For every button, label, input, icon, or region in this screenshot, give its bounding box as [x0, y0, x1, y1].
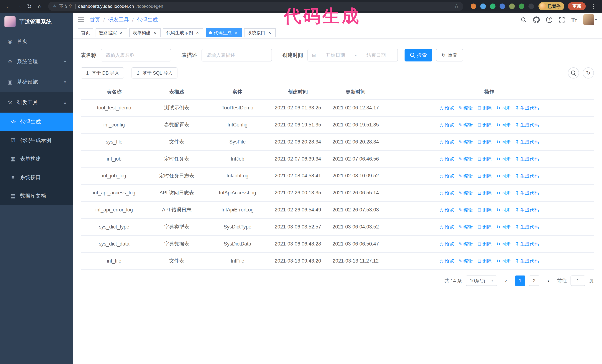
goto-page-input[interactable]: [570, 275, 585, 286]
tab-close-icon[interactable]: ×: [233, 30, 239, 35]
tab-codegen-example[interactable]: 代码生成示例 ×: [163, 28, 203, 37]
extension-icon[interactable]: [519, 3, 524, 9]
delete-link[interactable]: ⊟删除: [478, 240, 492, 248]
delete-link[interactable]: ⊟删除: [478, 172, 492, 180]
sync-link[interactable]: ↻同步: [496, 104, 510, 112]
generate-code-link[interactable]: ↧生成代码: [516, 240, 539, 248]
breadcrumb-home[interactable]: 首页: [90, 16, 100, 23]
sync-link[interactable]: ↻同步: [496, 155, 510, 163]
edit-link[interactable]: ✎编辑: [459, 172, 473, 180]
table-desc-input[interactable]: [202, 49, 272, 62]
generate-code-link[interactable]: ↧生成代码: [516, 189, 539, 197]
generate-code-link[interactable]: ↧生成代码: [516, 257, 539, 265]
menu-kebab-icon[interactable]: ⋮: [589, 1, 598, 11]
extension-icon[interactable]: [528, 3, 534, 9]
delete-link[interactable]: ⊟删除: [478, 189, 492, 197]
sync-link[interactable]: ↻同步: [496, 138, 510, 146]
reload-button[interactable]: ↻: [24, 1, 34, 11]
edit-link[interactable]: ✎编辑: [459, 240, 473, 248]
font-size-icon[interactable]: TT: [571, 17, 577, 23]
preview-link[interactable]: ◎预览: [440, 104, 454, 112]
search-button[interactable]: 搜索: [405, 49, 432, 62]
page-size-select[interactable]: 10条/页 ▾: [466, 275, 497, 286]
edit-link[interactable]: ✎编辑: [459, 207, 473, 214]
prev-page-button[interactable]: ‹: [501, 275, 511, 286]
sync-link[interactable]: ↻同步: [496, 172, 510, 180]
table-name-input[interactable]: [101, 49, 171, 62]
preview-link[interactable]: ◎预览: [440, 172, 454, 180]
sidebar-item-system[interactable]: ⚙ 系统管理 ▾: [0, 52, 73, 72]
sidebar-item-codegen[interactable]: </> 代码生成: [0, 113, 73, 131]
profile-paused-badge[interactable]: 已暂停: [538, 2, 564, 10]
security-label[interactable]: 不安全: [59, 3, 73, 9]
address-bar[interactable]: ⚠ 不安全 dashboard.yudao.iocoder.cn /tool/c…: [48, 2, 463, 11]
import-db-button[interactable]: ↥ 基于 DB 导入: [81, 67, 124, 79]
tab-codegen[interactable]: 代码生成 ×: [206, 28, 242, 37]
generate-code-link[interactable]: ↧生成代码: [516, 207, 539, 214]
fullscreen-icon[interactable]: [559, 17, 565, 23]
extension-icon[interactable]: [471, 3, 476, 9]
delete-link[interactable]: ⊟删除: [478, 223, 492, 230]
generate-code-link[interactable]: ↧生成代码: [516, 223, 539, 230]
sidebar-item-devtools[interactable]: ⚒ 研发工具 ▴: [0, 92, 73, 113]
preview-link[interactable]: ◎预览: [440, 223, 454, 230]
sync-link[interactable]: ↻同步: [496, 121, 510, 128]
sidebar-item-codegen-example[interactable]: ☑ 代码生成示例: [0, 131, 73, 150]
sync-link[interactable]: ↻同步: [496, 207, 510, 214]
tab-close-icon[interactable]: ×: [152, 30, 157, 35]
tab-system-api[interactable]: 系统接口 ×: [244, 28, 276, 37]
sidebar-item-home[interactable]: ◉ 首页: [0, 31, 73, 52]
edit-link[interactable]: ✎编辑: [459, 257, 473, 265]
extension-icon[interactable]: [490, 3, 495, 9]
home-button[interactable]: ⌂: [35, 1, 44, 11]
github-icon[interactable]: [533, 16, 540, 23]
generate-code-link[interactable]: ↧生成代码: [516, 138, 539, 146]
edit-link[interactable]: ✎编辑: [459, 138, 473, 146]
generate-code-link[interactable]: ↧生成代码: [516, 121, 539, 128]
edit-link[interactable]: ✎编辑: [459, 223, 473, 230]
sync-link[interactable]: ↻同步: [496, 223, 510, 230]
sidebar-item-system-api[interactable]: ≡ 系统接口: [0, 168, 73, 187]
sidebar-item-infra[interactable]: ▣ 基础设施 ▾: [0, 72, 73, 92]
help-icon[interactable]: ?: [546, 17, 552, 23]
delete-link[interactable]: ⊟删除: [478, 104, 492, 112]
extension-icon[interactable]: [509, 3, 515, 9]
edit-link[interactable]: ✎编辑: [459, 189, 473, 197]
reset-button[interactable]: ↻ 重置: [436, 49, 463, 62]
search-icon[interactable]: [520, 17, 527, 23]
sidebar-item-db-doc[interactable]: ▤ 数据库文档: [0, 187, 73, 205]
delete-link[interactable]: ⊟删除: [478, 207, 492, 214]
refresh-table-button[interactable]: ↻: [583, 67, 594, 79]
extension-icon[interactable]: [480, 3, 486, 9]
generate-code-link[interactable]: ↧生成代码: [516, 104, 539, 112]
preview-link[interactable]: ◎预览: [440, 189, 454, 197]
import-sql-button[interactable]: ↥ 基于 SQL 导入: [131, 67, 177, 79]
delete-link[interactable]: ⊟删除: [478, 155, 492, 163]
page-1-button[interactable]: 1: [515, 275, 525, 286]
preview-link[interactable]: ◎预览: [440, 257, 454, 265]
delete-link[interactable]: ⊟删除: [478, 257, 492, 265]
generate-code-link[interactable]: ↧生成代码: [516, 172, 539, 180]
edit-link[interactable]: ✎编辑: [459, 155, 473, 163]
hamburger-icon[interactable]: [78, 17, 85, 23]
delete-link[interactable]: ⊟删除: [478, 121, 492, 128]
next-page-button[interactable]: ›: [543, 275, 553, 286]
tab-close-icon[interactable]: ×: [267, 30, 272, 35]
preview-link[interactable]: ◎预览: [440, 138, 454, 146]
sync-link[interactable]: ↻同步: [496, 189, 510, 197]
preview-link[interactable]: ◎预览: [440, 207, 454, 214]
generate-code-link[interactable]: ↧生成代码: [516, 155, 539, 163]
sync-link[interactable]: ↻同步: [496, 240, 510, 248]
edit-link[interactable]: ✎编辑: [459, 104, 473, 112]
tab-trace[interactable]: 链路追踪 ×: [96, 28, 127, 37]
preview-link[interactable]: ◎预览: [440, 155, 454, 163]
sidebar-item-form-builder[interactable]: ▦ 表单构建: [0, 150, 73, 168]
tab-close-icon[interactable]: ×: [118, 30, 124, 35]
tab-form-builder[interactable]: 表单构建 ×: [129, 28, 161, 37]
delete-link[interactable]: ⊟删除: [478, 138, 492, 146]
extension-icon[interactable]: [500, 3, 505, 9]
sync-link[interactable]: ↻同步: [496, 257, 510, 265]
date-range-picker[interactable]: ⊞ 开始日期 - 结束日期: [308, 49, 398, 62]
breadcrumb-devtools[interactable]: 研发工具: [108, 16, 129, 23]
forward-button[interactable]: →: [14, 1, 24, 11]
